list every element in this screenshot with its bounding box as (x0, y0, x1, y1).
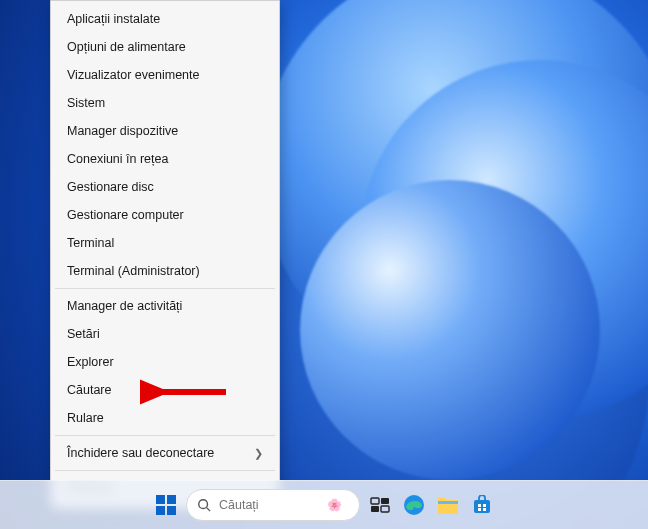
menu-item-installed-apps[interactable]: Aplicații instalate (51, 5, 279, 33)
menu-label: Gestionare disc (67, 180, 154, 194)
search-icon (197, 498, 211, 512)
svg-rect-8 (381, 498, 389, 504)
taskbar: 🌸 (0, 480, 648, 529)
menu-label: Terminal (Administrator) (67, 264, 200, 278)
menu-label: Conexiuni în rețea (67, 152, 168, 166)
menu-label: Manager de activități (67, 299, 182, 313)
start-button[interactable] (152, 491, 180, 519)
menu-item-settings[interactable]: Setări (51, 320, 279, 348)
menu-item-terminal-admin[interactable]: Terminal (Administrator) (51, 257, 279, 285)
menu-label: Închidere sau deconectare (67, 446, 214, 460)
menu-item-event-viewer[interactable]: Vizualizator evenimente (51, 61, 279, 89)
task-view-button[interactable] (366, 491, 394, 519)
menu-item-network-connections[interactable]: Conexiuni în rețea (51, 145, 279, 173)
menu-separator (55, 470, 275, 471)
svg-line-6 (207, 508, 211, 512)
menu-item-explorer[interactable]: Explorer (51, 348, 279, 376)
menu-label: Explorer (67, 355, 114, 369)
search-input[interactable] (217, 497, 321, 513)
menu-label: Manager dispozitive (67, 124, 178, 138)
menu-item-power-options[interactable]: Opțiuni de alimentare (51, 33, 279, 61)
menu-item-device-manager[interactable]: Manager dispozitive (51, 117, 279, 145)
svg-rect-3 (156, 506, 165, 515)
menu-separator (55, 288, 275, 289)
menu-label: Gestionare computer (67, 208, 184, 222)
menu-item-search[interactable]: Căutare (51, 376, 279, 404)
taskbar-search[interactable]: 🌸 (186, 489, 360, 521)
svg-rect-7 (371, 498, 379, 504)
menu-item-shutdown-signout[interactable]: Închidere sau deconectare ❯ (51, 439, 279, 467)
menu-label: Terminal (67, 236, 114, 250)
svg-rect-1 (156, 495, 165, 504)
svg-rect-16 (478, 508, 481, 511)
menu-label: Vizualizator evenimente (67, 68, 199, 82)
taskbar-app-edge[interactable] (400, 491, 428, 519)
menu-item-computer-management[interactable]: Gestionare computer (51, 201, 279, 229)
taskbar-app-explorer[interactable] (434, 491, 462, 519)
svg-rect-15 (483, 504, 486, 507)
svg-rect-17 (483, 508, 486, 511)
menu-label: Căutare (67, 383, 111, 397)
svg-rect-2 (167, 495, 176, 504)
svg-rect-13 (474, 500, 490, 513)
svg-rect-12 (438, 501, 458, 504)
menu-label: Aplicații instalate (67, 12, 160, 26)
winx-context-menu: Aplicații instalate Opțiuni de alimentar… (50, 0, 280, 509)
search-decoration-icon: 🌸 (327, 498, 342, 512)
menu-item-disk-management[interactable]: Gestionare disc (51, 173, 279, 201)
svg-rect-14 (478, 504, 481, 507)
svg-rect-9 (371, 506, 379, 512)
menu-item-system[interactable]: Sistem (51, 89, 279, 117)
menu-item-task-manager[interactable]: Manager de activități (51, 292, 279, 320)
menu-item-terminal[interactable]: Terminal (51, 229, 279, 257)
taskbar-app-store[interactable] (468, 491, 496, 519)
svg-point-5 (199, 500, 208, 509)
menu-label: Opțiuni de alimentare (67, 40, 186, 54)
svg-rect-10 (381, 506, 389, 512)
chevron-right-icon: ❯ (254, 447, 263, 460)
menu-item-run[interactable]: Rulare (51, 404, 279, 432)
svg-rect-4 (167, 506, 176, 515)
menu-label: Rulare (67, 411, 104, 425)
menu-label: Sistem (67, 96, 105, 110)
menu-separator (55, 435, 275, 436)
menu-label: Setări (67, 327, 100, 341)
